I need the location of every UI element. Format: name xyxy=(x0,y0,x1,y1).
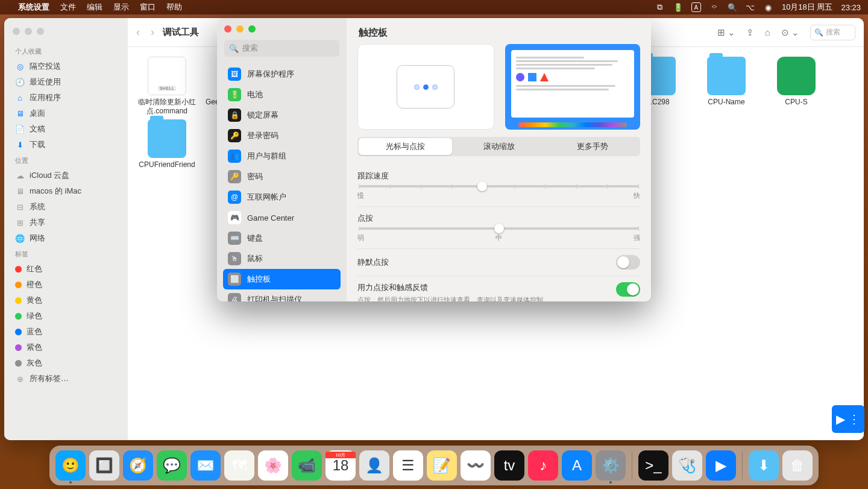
minimize-button[interactable] xyxy=(25,28,32,35)
tab-more-gestures[interactable]: 更多手势 xyxy=(546,138,639,155)
menu-edit[interactable]: 编辑 xyxy=(87,2,102,13)
settings-item-鼠标[interactable]: 🖱鼠标 xyxy=(223,248,341,269)
settings-item-触控板[interactable]: ⬜触控板 xyxy=(223,269,341,289)
settings-item-用户与群组[interactable]: 👥用户与群组 xyxy=(223,146,341,166)
sidebar-head-locations: 位置 xyxy=(4,153,128,168)
tracking-slider[interactable] xyxy=(359,185,639,188)
sidebar-tag-all[interactable]: ⊕所有标签… xyxy=(4,371,128,386)
silent-toggle[interactable] xyxy=(616,255,640,270)
dock-music[interactable]: ♪ xyxy=(528,450,558,481)
tags-button[interactable]: ⌂ xyxy=(765,27,770,37)
dock-diskutil[interactable]: 🩺 xyxy=(672,450,702,481)
sidebar-item-label: 绿色 xyxy=(27,311,42,321)
zoom-button[interactable] xyxy=(37,28,44,35)
dock-mail[interactable]: ✉️ xyxy=(190,450,221,481)
dock-finder[interactable]: 🙂 xyxy=(55,450,86,481)
sidebar-item-desktop[interactable]: 🖥桌面 xyxy=(4,106,128,121)
downloads-icon: ⬇ xyxy=(758,457,770,474)
view-options-button[interactable]: ⊞ ⌄ xyxy=(717,27,735,38)
tab-scroll-zoom[interactable]: 滚动缩放 xyxy=(452,138,546,155)
dock-trash[interactable]: 🗑 xyxy=(782,450,813,481)
dock-photos[interactable]: 🌸 xyxy=(258,450,288,481)
menubar-date[interactable]: 10月18日 周五 xyxy=(782,2,833,13)
wifi-icon[interactable]: ⌔ xyxy=(709,2,719,12)
sidebar-tag-orange[interactable]: 橙色 xyxy=(4,277,128,292)
sidebar-tag-yellow[interactable]: 黄色 xyxy=(4,292,128,308)
dock-terminal[interactable]: >_ xyxy=(638,450,668,481)
sidebar-item-icloud[interactable]: ☁︎iCloud 云盘 xyxy=(4,168,128,183)
dock-launchpad[interactable]: 🔲 xyxy=(89,450,119,481)
sidebar-item-network[interactable]: 🌐网络 xyxy=(4,230,128,246)
dock-facetime[interactable]: 📹 xyxy=(292,450,322,481)
settings-item-label: 鼠标 xyxy=(247,253,263,264)
app-icon xyxy=(777,57,816,95)
sidebar-item-shared[interactable]: ⊞共享 xyxy=(4,215,128,230)
sidebar-tag-green[interactable]: 绿色 xyxy=(4,308,128,324)
click-slider[interactable] xyxy=(359,227,639,230)
sidebar-tag-purple[interactable]: 紫色 xyxy=(4,339,128,355)
sidebar-tag-red[interactable]: 红色 xyxy=(4,261,128,277)
file-item[interactable]: CPU-Name xyxy=(693,57,760,116)
settings-item-打印机与扫描仪[interactable]: 🖨打印机与扫描仪 xyxy=(223,289,341,301)
control-center-icon[interactable]: ⌥ xyxy=(746,2,755,12)
finder-search[interactable]: 🔍搜索 xyxy=(810,25,855,40)
dock-appstore[interactable]: A xyxy=(562,450,592,481)
dock-downloads[interactable]: ⬇ xyxy=(749,450,779,481)
settings-search[interactable]: 🔍 搜索 xyxy=(224,40,339,57)
app-menu[interactable]: 系统设置 xyxy=(18,2,49,13)
sidebar-tag-blue[interactable]: 蓝色 xyxy=(4,324,128,339)
dock-reminders[interactable]: ☰ xyxy=(393,450,423,481)
file-item[interactable]: CPU-S xyxy=(763,57,829,116)
dock-safari[interactable]: 🧭 xyxy=(123,450,153,481)
menubar-time[interactable]: 23:23 xyxy=(841,3,861,12)
menu-window[interactable]: 窗口 xyxy=(140,2,156,13)
sidebar-item-imac[interactable]: 🖥macos 的 iMac xyxy=(4,183,128,199)
close-button[interactable] xyxy=(224,25,231,33)
settings-item-登录密码[interactable]: 🔑登录密码 xyxy=(223,125,341,146)
settings-item-屏幕保护程序[interactable]: 🖼屏幕保护程序 xyxy=(223,64,341,84)
screenrec-icon[interactable]: ⧉ xyxy=(655,2,665,12)
file-item[interactable]: CPUFriendFriend xyxy=(134,119,200,178)
input-source[interactable]: A xyxy=(691,2,701,12)
settings-item-电池[interactable]: 🔋电池 xyxy=(223,84,341,105)
back-button[interactable]: ‹ xyxy=(136,26,140,39)
battery-icon[interactable]: 🔋 xyxy=(673,2,683,12)
dock-calendar[interactable]: 10月18 xyxy=(326,450,356,481)
minimize-button[interactable] xyxy=(236,25,244,33)
sidebar-item-downloads[interactable]: ⬇下载 xyxy=(4,137,128,153)
menu-help[interactable]: 帮助 xyxy=(166,2,182,13)
file-item[interactable]: 临时清除更新小红点.command xyxy=(134,57,200,116)
actions-button[interactable]: ⊙ ⌄ xyxy=(781,27,799,38)
dock-tv[interactable]: tv xyxy=(494,450,524,481)
dock-maps[interactable]: 🗺 xyxy=(224,450,254,481)
dock-contacts[interactable]: 👤 xyxy=(359,450,389,481)
spotlight-icon[interactable]: 🔍 xyxy=(728,2,737,12)
dock-freeform[interactable]: 〰️ xyxy=(461,450,491,481)
sidebar-tag-gray[interactable]: 灰色 xyxy=(4,355,128,371)
sidebar-item-recents[interactable]: 🕘最近使用 xyxy=(4,74,128,90)
sidebar-item-airdrop[interactable]: ◎隔空投送 xyxy=(4,58,128,74)
tab-point-click[interactable]: 光标与点按 xyxy=(359,138,452,155)
menu-file[interactable]: 文件 xyxy=(60,2,76,13)
settings-item-密码[interactable]: 🔑密码 xyxy=(223,166,341,187)
remote-app-tray[interactable]: ▶ ⋮ xyxy=(832,405,864,433)
zoom-button[interactable] xyxy=(248,25,256,33)
share-button[interactable]: ⇪ xyxy=(746,27,754,38)
dock-notes[interactable]: 📝 xyxy=(427,450,457,481)
menu-view[interactable]: 显示 xyxy=(113,2,129,13)
close-button[interactable] xyxy=(13,28,20,35)
dock-settings[interactable]: ⚙️ xyxy=(596,450,626,481)
forward-button[interactable]: › xyxy=(151,26,154,39)
settings-item-键盘[interactable]: ⌨️键盘 xyxy=(223,228,341,248)
settings-tabs[interactable]: 光标与点按 滚动缩放 更多手势 xyxy=(357,137,640,156)
settings-item-锁定屏幕[interactable]: 🔒锁定屏幕 xyxy=(223,105,341,125)
settings-item-Game Center[interactable]: 🎮Game Center xyxy=(223,207,341,228)
siri-icon[interactable]: ◉ xyxy=(764,2,773,12)
sidebar-item-disk[interactable]: ⊟系统 xyxy=(4,199,128,215)
force-toggle[interactable] xyxy=(616,282,640,297)
settings-item-互联网帐户[interactable]: @互联网帐户 xyxy=(223,187,341,207)
dock-messages[interactable]: 💬 xyxy=(157,450,187,481)
dock-todesk[interactable]: ▶ xyxy=(706,450,736,481)
sidebar-item-apps[interactable]: ⌂应用程序 xyxy=(4,90,128,106)
sidebar-item-docs[interactable]: 📄文稿 xyxy=(4,121,128,137)
